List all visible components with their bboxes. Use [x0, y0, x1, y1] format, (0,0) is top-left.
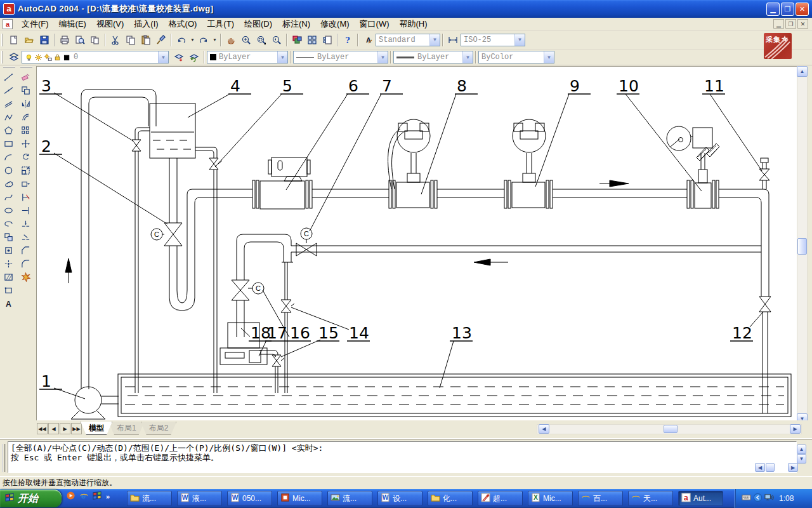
cmd-scroll-right-icon[interactable]: ▶ [788, 463, 798, 472]
pline-button[interactable] [1, 111, 16, 124]
cmd-scroll-down-icon[interactable]: ▼ [797, 454, 806, 464]
scale-button[interactable] [18, 164, 34, 178]
ellipse-button[interactable] [1, 204, 16, 218]
erase-button[interactable] [18, 71, 34, 84]
zoom-previous-button[interactable] [269, 32, 284, 47]
preview-button[interactable] [72, 32, 88, 47]
layer-previous-button[interactable] [187, 50, 202, 65]
doc-close-button[interactable]: ✕ [797, 19, 808, 29]
make-block-button[interactable] [1, 244, 16, 258]
hatch-button[interactable] [1, 271, 16, 284]
menu-item-2[interactable]: 视图(V) [91, 17, 129, 31]
cmd-scroll-left-icon[interactable]: ◀ [755, 463, 765, 472]
stretch-button[interactable] [18, 178, 34, 191]
taskbar-button-1[interactable]: W液... [177, 491, 222, 506]
publish-button[interactable] [88, 32, 103, 47]
tray-hidearr-icon[interactable] [753, 493, 763, 504]
menu-item-0[interactable]: 文件(F) [16, 17, 54, 31]
lock-icon[interactable] [53, 53, 62, 62]
combo-arrow-icon[interactable]: ▼ [277, 51, 287, 63]
taskbar-button-9[interactable]: e百... [578, 491, 623, 506]
open-button[interactable] [22, 32, 37, 47]
prev-tab-button[interactable]: ◀ [48, 423, 59, 434]
taskbar-button-11[interactable]: aAut... [678, 491, 723, 506]
mtext-button[interactable]: A [1, 298, 16, 311]
minimize-button[interactable]: ▁ [766, 3, 780, 16]
help-button[interactable]: ? [340, 32, 355, 47]
move-button[interactable] [18, 138, 34, 151]
taskbar-button-5[interactable]: W设... [377, 491, 422, 506]
taskbar-button-3[interactable]: Mic... [277, 491, 322, 506]
text-style-combo[interactable]: Standard ▼ [376, 34, 440, 46]
fillet-button[interactable] [18, 258, 34, 271]
mirror-button[interactable] [18, 98, 34, 111]
toolbar-grip[interactable] [1, 34, 4, 46]
taskbar-button-8[interactable]: XMic... [528, 491, 573, 506]
taskbar-button-10[interactable]: e天... [628, 491, 673, 506]
new-button[interactable] [6, 32, 22, 47]
explode-button[interactable] [18, 271, 34, 284]
bulb-icon[interactable] [25, 53, 33, 62]
start-button[interactable]: 开始 [0, 490, 62, 507]
copy-object-button[interactable] [18, 84, 34, 98]
revcloud-button[interactable] [1, 178, 16, 191]
cmd-hscroll-thumb[interactable] [766, 463, 775, 472]
matchprop-button[interactable] [154, 32, 169, 47]
chip-icon[interactable] [63, 53, 71, 62]
cmd-scroll-up-icon[interactable]: ▲ [797, 444, 806, 454]
quicklaunch-winflag-icon[interactable] [93, 491, 102, 502]
insert-block-button[interactable] [1, 231, 16, 244]
quicklaunch-mediaplayer-icon[interactable] [66, 491, 75, 502]
linetype-combo[interactable]: ByLayer ▼ [293, 51, 388, 64]
color-combo[interactable]: ByLayer ▼ [207, 51, 288, 64]
spline-button[interactable] [1, 191, 16, 204]
break-button[interactable] [18, 231, 34, 244]
layers-button[interactable] [6, 50, 22, 65]
quicklaunch-ie-icon[interactable]: e [79, 491, 89, 502]
taskbar-button-7[interactable]: 超... [478, 491, 523, 506]
extend-button[interactable] [18, 204, 34, 218]
designcenter-button[interactable] [304, 32, 320, 47]
taskbar-button-0[interactable]: 流... [127, 491, 172, 506]
taskbar-button-4[interactable]: 流... [327, 491, 372, 506]
pan-button[interactable] [223, 32, 239, 47]
mline-button[interactable] [1, 98, 16, 111]
toolpalettes-button[interactable] [320, 32, 335, 47]
ellipse-arc-button[interactable] [1, 218, 16, 231]
menu-item-1[interactable]: 编辑(E) [54, 17, 91, 31]
print-button[interactable] [57, 32, 72, 47]
xline-button[interactable] [1, 84, 16, 98]
doc-minimize-button[interactable]: ▁ [773, 19, 784, 29]
first-tab-button[interactable]: ◀◀ [37, 423, 48, 434]
polygon-button[interactable] [1, 124, 16, 138]
region-button[interactable] [1, 284, 16, 298]
redo-button[interactable] [196, 32, 211, 47]
scroll-left-icon[interactable]: ◀ [539, 424, 549, 434]
command-text-area[interactable]: [全部(A)/中心点(C)/动态(D)/范围(E)/上一个(P)/比例(S)/窗… [8, 441, 797, 473]
tray-monitor-icon[interactable] [764, 493, 774, 504]
paste-button[interactable] [138, 32, 154, 47]
sunvp-icon[interactable] [44, 53, 52, 62]
menu-item-8[interactable]: 修改(M) [315, 17, 355, 31]
last-tab-button[interactable]: ▶▶ [71, 423, 82, 434]
combo-arrow-icon[interactable]: ▼ [462, 51, 473, 63]
scroll-right-icon[interactable]: ▶ [790, 424, 801, 434]
scroll-up-icon[interactable]: ▲ [797, 66, 808, 77]
dropdown-chevron-icon[interactable]: ▼ [211, 32, 218, 47]
zoom-realtime-button[interactable] [239, 32, 254, 47]
doc-restore-button[interactable]: ❐ [785, 19, 796, 29]
taskbar-button-6[interactable]: 化... [428, 491, 473, 506]
circle-button[interactable] [1, 164, 16, 178]
menu-item-5[interactable]: 工具(T) [202, 17, 239, 31]
make-current-button[interactable] [171, 50, 187, 65]
undo-button[interactable] [174, 32, 189, 47]
tab-布局1[interactable]: 布局1 [108, 422, 145, 435]
offset-button[interactable] [18, 111, 34, 124]
close-button[interactable]: ✕ [796, 3, 809, 16]
drawing-canvas[interactable]: 123456789101112131415161718 CCC [36, 66, 797, 420]
sun-icon[interactable] [34, 53, 43, 62]
menu-item-4[interactable]: 格式(O) [164, 17, 202, 31]
tray-keyboard-icon[interactable] [742, 493, 751, 504]
next-tab-button[interactable]: ▶ [60, 423, 70, 434]
dropdown-chevron-icon[interactable]: ▼ [189, 32, 196, 47]
